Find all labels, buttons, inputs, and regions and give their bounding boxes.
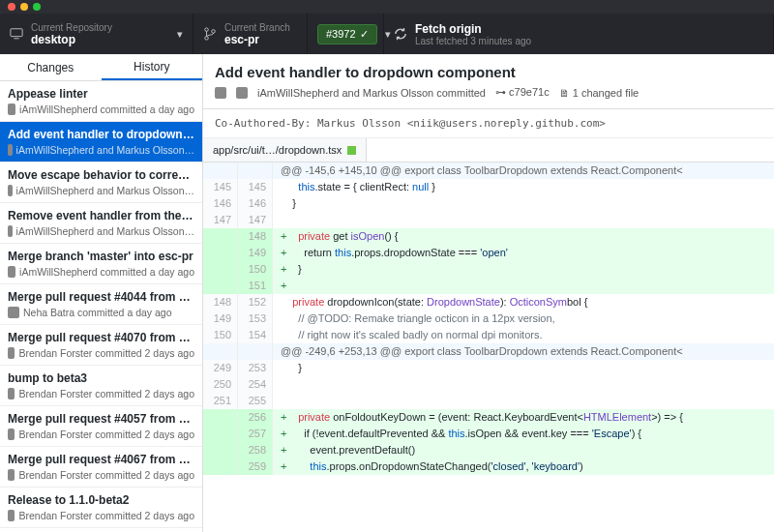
commit-item[interactable]: Move escape behavior to correct co…iAmWi… — [0, 163, 202, 203]
avatar — [8, 185, 13, 196]
diff-line: 150154 // right now it's scaled badly on… — [203, 327, 774, 343]
commit-item-meta: iAmWillShepherd and Markus Olsson… — [8, 144, 194, 156]
diff-line: @@ -145,6 +145,10 @@ export class Toolba… — [203, 163, 774, 179]
close-window-icon[interactable] — [8, 3, 15, 11]
commit-item-meta: Brendan Forster committed 2 days ago — [8, 469, 194, 481]
avatar — [8, 347, 15, 359]
avatar — [8, 103, 15, 115]
changed-files[interactable]: 🗎 1 changed file — [559, 87, 640, 99]
commit-item[interactable]: Merge branch 'master' into esc-priAmWill… — [0, 244, 202, 284]
commit-item-title: Add event handler to dropdown com… — [8, 128, 194, 141]
commit-item-title: Move escape behavior to correct co… — [8, 168, 194, 182]
commit-item-meta: iAmWillShepherd committed a day ago — [8, 266, 194, 278]
commit-item[interactable]: Merge pull request #4057 from desk…Brend… — [0, 406, 202, 447]
svg-point-3 — [205, 37, 209, 41]
diff-line: 250254 — [203, 376, 774, 393]
window-titlebar — [0, 0, 774, 14]
diff-line: 258+ event.preventDefault() — [203, 442, 774, 458]
avatar — [8, 429, 15, 440]
commit-title: Add event handler to dropdown component — [215, 64, 762, 80]
svg-point-2 — [205, 28, 209, 32]
diff-line: 149+ return this.props.dropdownState ===… — [203, 245, 774, 261]
commit-item-title: Merge pull request #4057 from desk… — [8, 412, 194, 426]
avatar — [215, 87, 226, 99]
commit-item[interactable]: Merge pull request #4044 from des…Neha B… — [0, 284, 202, 325]
diff-line: 148152 private dropdownIcon(state: Dropd… — [203, 294, 774, 310]
maximize-window-icon[interactable] — [33, 3, 41, 11]
commit-item-meta: Brendan Forster committed 2 days ago — [8, 388, 194, 399]
chevron-down-icon: ▾ — [177, 28, 183, 41]
commit-sha: ⊶ c79e71c — [495, 86, 550, 99]
commit-list[interactable]: Appease linteriAmWillShepherd committed … — [0, 81, 202, 532]
commit-item-title: bump to beta3 — [8, 371, 194, 385]
diff-line: 249253 } — [203, 360, 774, 376]
diff-line: 251255 — [203, 393, 774, 409]
commit-author-line: iAmWillShepherd and Markus Olsson commit… — [257, 87, 486, 99]
commit-item-meta: Brendan Forster committed 2 days ago — [8, 347, 194, 359]
commit-item-title: Merge pull request #4044 from des… — [8, 290, 194, 304]
avatar — [8, 510, 15, 521]
commit-item-meta: iAmWillShepherd and Markus Olsson… — [8, 225, 194, 237]
avatar — [8, 307, 19, 318]
commit-item[interactable]: Appease linteriAmWillShepherd committed … — [0, 81, 202, 122]
commit-item-meta: iAmWillShepherd committed a day ago — [8, 103, 194, 115]
diff-line: 151+ — [203, 278, 774, 294]
commit-detail: Add event handler to dropdown component … — [203, 54, 774, 532]
commit-item[interactable]: Merge pull request #4067 from desk…Brend… — [0, 447, 202, 488]
commit-item-meta: iAmWillShepherd and Markus Olsson… — [8, 185, 194, 196]
commit-item[interactable]: Release to 1.1.0-beta2Brendan Forster co… — [0, 488, 202, 528]
svg-rect-1 — [14, 38, 18, 39]
diff-view[interactable]: @@ -145,6 +145,10 @@ export class Toolba… — [203, 163, 774, 532]
diff-line: 145145 this.state = { clientRect: null } — [203, 179, 774, 195]
app-toolbar: Current Repositorydesktop ▾ Current Bran… — [0, 14, 774, 54]
branch-icon — [203, 27, 217, 41]
commit-item[interactable]: Merge pull request #4070 from desk…Brend… — [0, 325, 202, 366]
diff-line: 148+ private get isOpen() { — [203, 228, 774, 245]
commit-item[interactable]: Add event handler to dropdown com…iAmWil… — [0, 122, 202, 163]
check-icon: ✓ — [360, 28, 369, 41]
modified-icon — [347, 146, 356, 155]
commit-item-title: Appease linter — [8, 87, 194, 101]
diff-line: 257+ if (!event.defaultPrevented && this… — [203, 426, 774, 442]
fetch-button[interactable]: Fetch originLast fetched 3 minutes ago — [383, 14, 774, 54]
minimize-window-icon[interactable] — [20, 3, 28, 11]
tab-changes[interactable]: Changes — [0, 54, 102, 80]
avatar — [8, 266, 15, 278]
avatar — [8, 388, 15, 399]
avatar — [8, 469, 15, 481]
pr-badge-cell[interactable]: #3972✓ ▾ — [308, 14, 383, 54]
coauthor-line: Co-Authored-By: Markus Olsson <niik@user… — [203, 109, 774, 138]
commit-item-title: Merge branch 'master' into esc-pr — [8, 250, 194, 263]
svg-rect-0 — [11, 29, 22, 37]
branch-selector[interactable]: Current Branchesc-pr — [194, 14, 308, 54]
file-tab-bar: app/src/ui/t…/dropdown.tsx — [203, 138, 774, 163]
sidebar-tabs: Changes History — [0, 54, 202, 81]
commit-item[interactable]: bump to beta3Brendan Forster committed 2… — [0, 366, 202, 406]
commit-item-meta: Brendan Forster committed 2 days ago — [8, 510, 194, 521]
commit-item[interactable]: Remove event handler from the bran…iAmWi… — [0, 203, 202, 244]
sidebar: Changes History Appease linteriAmWillShe… — [0, 54, 203, 532]
diff-line: 256+ private onFoldoutKeyDown = (event: … — [203, 409, 774, 426]
commit-item-title: Merge pull request #4070 from desk… — [8, 331, 194, 344]
svg-point-4 — [212, 30, 216, 34]
avatar — [8, 144, 13, 156]
diff-line: 146146 } — [203, 195, 774, 212]
tab-history[interactable]: History — [102, 54, 203, 80]
diff-line: 149153 // @TODO: Remake triangle octicon… — [203, 310, 774, 327]
sync-icon — [394, 27, 407, 41]
avatar — [236, 87, 248, 99]
diff-line: 147147 — [203, 212, 774, 228]
diff-line: 150+ } — [203, 261, 774, 278]
commit-item-title: Remove event handler from the bran… — [8, 209, 194, 222]
commit-item-title: Release to 1.1.0-beta2 — [8, 493, 194, 507]
repo-selector[interactable]: Current Repositorydesktop ▾ — [0, 14, 194, 54]
pr-badge: #3972✓ — [317, 24, 377, 44]
computer-icon — [10, 27, 23, 41]
commit-item-meta: Brendan Forster committed 2 days ago — [8, 429, 194, 440]
commit-header: Add event handler to dropdown component … — [203, 54, 774, 109]
file-tab[interactable]: app/src/ui/t…/dropdown.tsx — [203, 138, 367, 162]
diff-line: @@ -249,6 +253,13 @@ export class Toolba… — [203, 343, 774, 360]
commit-item-title: Merge pull request #4067 from desk… — [8, 453, 194, 466]
avatar — [8, 225, 13, 237]
diff-line: 259+ this.props.onDropdownStateChanged('… — [203, 458, 774, 475]
